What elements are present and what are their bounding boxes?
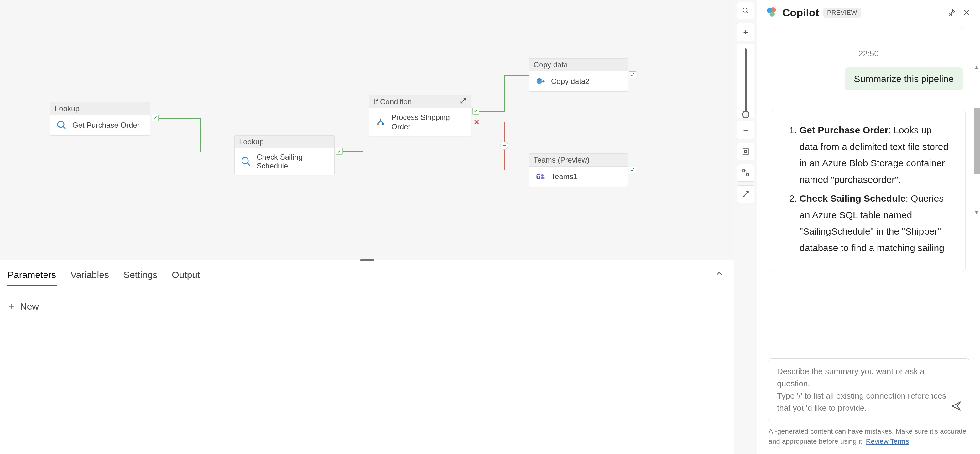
activity-if-condition[interactable]: If Condition Process Shipping Order [369, 95, 471, 136]
activity-name: Teams1 [551, 172, 578, 181]
failure-port-icon[interactable]: ✕ [474, 118, 479, 127]
pin-icon[interactable] [946, 7, 957, 18]
previous-message-card [774, 27, 963, 40]
zoom-out-button[interactable] [737, 121, 754, 139]
success-port-icon[interactable]: ✓ [336, 148, 343, 155]
zoom-thumb[interactable] [742, 111, 749, 118]
svg-point-11 [743, 8, 747, 12]
activity-name: Get Purchase Order [72, 121, 140, 130]
lookup-icon [240, 156, 251, 167]
expand-icon[interactable] [460, 97, 466, 106]
activity-teams[interactable]: Teams (Preview) T Teams1 [529, 153, 628, 187]
new-label: New [20, 301, 39, 312]
fullscreen-button[interactable] [737, 185, 754, 203]
panel-resize-handle[interactable] [360, 259, 374, 261]
svg-rect-10 [541, 176, 544, 179]
scrollbar-thumb[interactable] [974, 108, 980, 174]
scroll-down-icon[interactable]: ▼ [974, 210, 979, 216]
copilot-logo-icon [765, 6, 778, 19]
activity-copy-data[interactable]: Copy data Copy data2 [529, 58, 628, 92]
tab-variables[interactable]: Variables [70, 267, 110, 286]
svg-line-1 [63, 127, 66, 129]
teams-icon: T [535, 171, 546, 182]
activity-type-label: Lookup [55, 104, 80, 113]
preview-badge: PREVIEW [823, 8, 861, 17]
svg-rect-13 [743, 149, 748, 154]
message-timestamp: 22:50 [772, 49, 966, 59]
svg-rect-15 [743, 170, 745, 172]
copilot-input[interactable]: Describe the summary you want or ask a q… [768, 358, 969, 421]
svg-line-3 [247, 163, 250, 166]
add-activity-icon[interactable]: + [500, 141, 508, 150]
svg-rect-14 [745, 151, 747, 153]
plus-icon: ＋ [7, 300, 16, 313]
copilot-title: Copilot [782, 6, 819, 19]
zoom-slider[interactable] [737, 44, 754, 118]
user-message-bubble: Summarize this pipeline [845, 67, 963, 90]
svg-point-4 [377, 123, 380, 125]
summary-step-2: Check Sailing Schedule: Queries an Azure… [800, 190, 950, 256]
activity-name: Copy data2 [551, 77, 590, 86]
assistant-response-card: Get Purchase Order: Looks up data from a… [772, 109, 966, 272]
tab-output[interactable]: Output [171, 267, 200, 286]
svg-rect-16 [746, 174, 749, 176]
tab-settings[interactable]: Settings [123, 267, 158, 286]
copilot-chat-scroll[interactable]: ▲ ▼ 22:50 Summarize this pipeline Get Pu… [757, 27, 980, 351]
zoom-track [745, 48, 746, 114]
activity-get-purchase-order[interactable]: Lookup Get Purchase Order [50, 102, 150, 136]
svg-line-12 [746, 11, 748, 13]
properties-tabs: Parameters Variables Settings Output [6, 260, 734, 286]
copilot-input-placeholder: Describe the summary you want or ask a q… [777, 367, 946, 413]
search-button[interactable] [737, 2, 754, 19]
activity-type-label: Teams (Preview) [533, 156, 590, 164]
svg-point-5 [382, 123, 384, 125]
close-icon[interactable] [961, 7, 972, 18]
activity-type-label: Lookup [239, 137, 264, 146]
activity-check-sailing-schedule[interactable]: Lookup Check Sailing Schedule [234, 135, 335, 175]
copy-data-icon [535, 76, 546, 87]
if-condition-icon [375, 116, 386, 128]
send-icon[interactable] [951, 400, 961, 416]
summary-step-1: Get Purchase Order: Looks up data from a… [800, 122, 950, 188]
activity-type-label: If Condition [374, 97, 412, 106]
activity-name: Process Shipping Order [391, 113, 465, 132]
activity-name: Check Sailing Schedule [256, 153, 329, 170]
activity-type-label: Copy data [533, 60, 568, 69]
zoom-in-button[interactable] [737, 23, 754, 41]
tab-parameters[interactable]: Parameters [7, 267, 57, 286]
success-port-icon[interactable]: ✓ [152, 114, 159, 121]
fit-to-screen-button[interactable] [737, 143, 754, 160]
auto-layout-button[interactable] [737, 164, 754, 182]
pipeline-authoring-area: Lookup Get Purchase Order ✓ Lookup Check… [0, 0, 734, 454]
pipeline-canvas[interactable]: Lookup Get Purchase Order ✓ Lookup Check… [0, 0, 734, 260]
scroll-up-icon[interactable]: ▲ [974, 64, 979, 70]
success-port-icon[interactable]: ✓ [473, 108, 479, 114]
svg-point-2 [242, 157, 248, 164]
success-port-icon[interactable]: ✓ [629, 71, 636, 78]
copilot-disclaimer: AI-generated content can have mistakes. … [757, 425, 980, 454]
svg-text:T: T [537, 175, 540, 179]
svg-point-19 [770, 11, 775, 17]
copilot-header: Copilot PREVIEW [757, 0, 980, 27]
success-port-icon[interactable]: ✓ [629, 167, 636, 173]
svg-point-9 [541, 175, 544, 177]
properties-panel: Parameters Variables Settings Output ＋ N… [0, 260, 734, 454]
copilot-panel: Copilot PREVIEW ▲ ▼ 22:50 Summarize this… [757, 0, 980, 454]
collapse-panel-icon[interactable] [715, 269, 724, 280]
review-terms-link[interactable]: Review Terms [866, 437, 909, 445]
canvas-toolbar [734, 0, 757, 454]
svg-point-0 [58, 121, 64, 127]
add-new-button[interactable]: ＋ New [6, 286, 734, 327]
lookup-icon [56, 120, 67, 131]
